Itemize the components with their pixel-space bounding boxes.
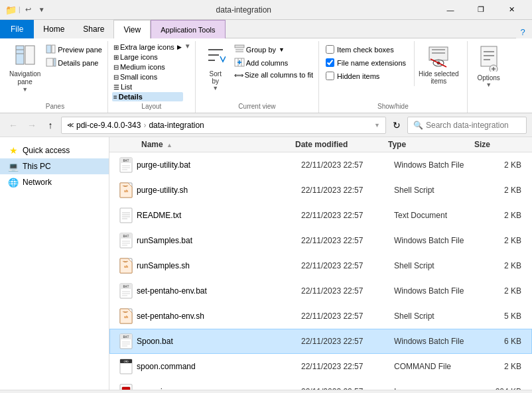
file-date: 22/11/2023 22:57 xyxy=(301,211,394,220)
file-type: Windows Batch File xyxy=(394,286,480,296)
window-controls: — ❐ ✕ xyxy=(435,0,527,20)
file-size: 2 KB xyxy=(480,286,527,296)
tab-apptools[interactable]: Application Tools xyxy=(151,20,225,38)
title-bar: 📁 | ↩ ▼ data-integration — ❐ ✕ xyxy=(0,0,532,20)
file-type: Shell Script xyxy=(394,261,480,270)
layout-content: ⊞ Extra large icons ▶ ⊞ Large icons ⊟ Me… xyxy=(112,41,191,101)
hidden-items-toggle[interactable]: Hidden items xyxy=(323,70,409,82)
large-icons-button[interactable]: ⊞ Large icons xyxy=(112,52,183,62)
group-by-button[interactable]: Group by ▼ xyxy=(233,44,314,56)
refresh-button[interactable]: ↻ xyxy=(389,117,405,133)
this-pc-icon: 💻 xyxy=(8,161,19,172)
file-ext-input[interactable] xyxy=(326,58,334,67)
forward-button[interactable]: → xyxy=(24,117,40,133)
file-type: Windows Batch File xyxy=(394,160,480,170)
breadcrumb-dropdown[interactable]: ▼ xyxy=(374,122,380,129)
ribbon-tabs: File Home Share View Application Tools ? xyxy=(0,20,532,38)
small-icons-button[interactable]: ⊟ Small icons xyxy=(112,72,183,82)
tab-home[interactable]: Home xyxy=(34,20,74,38)
col-header-name[interactable]: Name ▲ xyxy=(109,140,295,149)
hide-selected-button[interactable]: Hide selecteditems xyxy=(414,41,463,86)
sidebar-item-this-pc[interactable]: 💻 This PC xyxy=(0,158,109,174)
window-title: data-integration xyxy=(52,5,435,15)
table-row[interactable]: W spoon.ico 22/11/2023 22:57 Icon 204 KB xyxy=(109,379,532,390)
nav-bar: ← → ↑ ≪ pdi-ce-9.4.0.0-343 › data-integr… xyxy=(0,113,532,137)
panes-content: Navigationpane ▼ Preview pane Detai xyxy=(7,41,103,101)
options-button[interactable]: Options ▼ xyxy=(472,41,506,89)
tab-view[interactable]: View xyxy=(113,20,151,38)
customize-icon[interactable]: ▼ xyxy=(36,5,47,15)
extra-large-arrow: ▶ xyxy=(177,44,182,50)
breadcrumb-parent[interactable]: pdi-ce-9.4.0.0-343 xyxy=(76,121,141,130)
table-row[interactable]: BAT runSamples.bat 22/11/2023 22:57 Wind… xyxy=(109,228,532,253)
search-input[interactable] xyxy=(426,121,521,130)
up-button[interactable]: ↑ xyxy=(42,117,58,133)
search-box[interactable]: 🔍 xyxy=(407,117,527,134)
back-button[interactable]: ← xyxy=(5,117,21,133)
close-button[interactable]: ✕ xyxy=(496,0,527,20)
add-columns-button[interactable]: Add columns xyxy=(233,57,314,69)
table-row[interactable]: sh set-pentaho-env.sh 22/11/2023 22:57 S… xyxy=(109,304,532,329)
undo-icon[interactable]: ↩ xyxy=(23,5,34,15)
sidebar-item-label-this-pc: This PC xyxy=(23,162,51,171)
table-row[interactable]: BAT Spoon.bat 22/11/2023 22:57 Windows B… xyxy=(109,329,532,354)
file-ext-toggle[interactable]: File name extensions xyxy=(323,57,409,68)
details-pane-button[interactable]: Details pane xyxy=(44,57,103,69)
tab-file[interactable]: File xyxy=(0,20,34,38)
hidden-items-input[interactable] xyxy=(326,72,334,80)
svg-text:BAT: BAT xyxy=(123,234,129,238)
table-row[interactable]: BAT set-pentaho-env.bat 22/11/2023 22:57… xyxy=(109,278,532,304)
file-type: Icon xyxy=(394,387,480,390)
ribbon-group-panes: Navigationpane ▼ Preview pane Detai xyxy=(3,41,108,113)
large-icons-icon: ⊞ xyxy=(113,54,119,61)
preview-pane-button[interactable]: Preview pane xyxy=(44,44,103,56)
list-button[interactable]: ☰ List xyxy=(112,82,183,91)
file-size: 2 KB xyxy=(480,211,527,220)
preview-pane-icon xyxy=(46,44,56,55)
ribbon-group-current-view: Sortby ▼ Group by ▼ xyxy=(196,41,319,113)
item-checkboxes-toggle[interactable]: Item check boxes xyxy=(323,44,409,55)
layout-more-button[interactable]: ▼ xyxy=(184,42,191,50)
col-header-type[interactable]: Type xyxy=(388,140,474,149)
main-content: ★ Quick access 💻 This PC 🌐 Network Name … xyxy=(0,137,532,390)
sidebar-item-network[interactable]: 🌐 Network xyxy=(0,174,109,190)
details-pane-icon xyxy=(46,58,56,68)
sidebar-item-quick-access[interactable]: ★ Quick access xyxy=(0,142,109,158)
extra-large-button[interactable]: ⊞ Extra large icons ▶ xyxy=(112,42,183,52)
file-icon: sh xyxy=(115,255,137,276)
table-row[interactable]: README.txt 22/11/2023 22:57 Text Documen… xyxy=(109,203,532,228)
file-size: 2 KB xyxy=(480,186,527,195)
breadcrumb-current[interactable]: data-integration xyxy=(149,121,204,130)
table-row[interactable]: BAT purge-utility.bat 22/11/2023 22:57 W… xyxy=(109,152,532,178)
file-type: Text Document xyxy=(394,211,480,220)
file-name: set-pentaho-env.bat xyxy=(137,286,301,296)
table-row[interactable]: sh purge-utility.sh 22/11/2023 22:57 She… xyxy=(109,178,532,203)
col-header-size[interactable]: Size xyxy=(474,140,521,149)
medium-icons-button[interactable]: ⊟ Medium icons xyxy=(112,62,183,72)
breadcrumb[interactable]: ≪ pdi-ce-9.4.0.0-343 › data-integration … xyxy=(61,117,386,134)
minimize-button[interactable]: — xyxy=(435,0,466,20)
file-type: Windows Batch File xyxy=(394,337,480,346)
file-icon: sh xyxy=(115,306,137,327)
sidebar: ★ Quick access 💻 This PC 🌐 Network xyxy=(0,137,109,390)
svg-rect-7 xyxy=(54,58,56,66)
sort-by-button[interactable]: Sortby ▼ xyxy=(200,41,232,93)
table-row[interactable]: sh runSamples.sh 22/11/2023 22:57 Shell … xyxy=(109,253,532,278)
table-row[interactable]: CMD spoon.command 22/11/2023 22:57 COMMA… xyxy=(109,354,532,379)
file-rows-container: BAT purge-utility.bat 22/11/2023 22:57 W… xyxy=(109,152,532,390)
help-button[interactable]: ? xyxy=(516,25,529,38)
nav-pane-button[interactable]: Navigationpane ▼ xyxy=(7,41,43,94)
nav-pane-icon xyxy=(15,44,36,68)
details-button[interactable]: ≡ Details xyxy=(112,92,183,101)
maximize-button[interactable]: ❐ xyxy=(466,0,496,20)
current-view-label: Current view xyxy=(200,101,314,110)
col-header-date[interactable]: Date modified xyxy=(295,140,388,149)
size-all-columns-button[interactable]: ⟺ Size all columns to fit xyxy=(233,70,314,80)
item-checkboxes-input[interactable] xyxy=(326,45,334,54)
tab-share[interactable]: Share xyxy=(74,20,113,38)
file-icon: BAT xyxy=(115,230,137,251)
file-type: COMMAND File xyxy=(394,362,480,371)
file-list-header: Name ▲ Date modified Type Size xyxy=(109,137,532,152)
svg-text:BAT: BAT xyxy=(123,158,129,162)
showhide-label: Show/hide xyxy=(323,101,463,110)
